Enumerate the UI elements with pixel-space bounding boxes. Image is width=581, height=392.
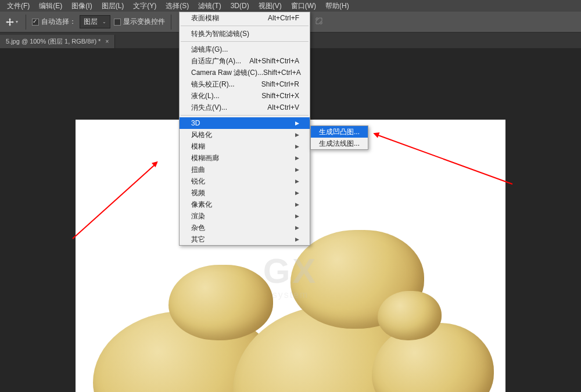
close-icon[interactable]: ×	[105, 38, 109, 45]
auto-select-checkbox[interactable]: 自动选择：	[32, 17, 76, 27]
filter-video-item[interactable]: 视频 ▶	[180, 187, 310, 199]
menu-item-label: 滤镜库(G)...	[191, 45, 228, 55]
filter-3d-item[interactable]: 3D ▶	[180, 117, 310, 129]
menu-item-label: 生成法线图...	[319, 139, 360, 149]
filter-menu-dropdown: 表面模糊 Alt+Ctrl+F 转换为智能滤镜(S) 滤镜库(G)... 自适应…	[179, 12, 310, 246]
document-tab-title: 5.jpg @ 100% (图层 1, RGB/8#) *	[6, 37, 101, 46]
content-shape	[168, 265, 273, 340]
filter-liquify-item[interactable]: 液化(L)... Shift+Ctrl+X	[180, 90, 310, 102]
menu-divider	[181, 115, 309, 116]
filter-gallery-item[interactable]: 滤镜库(G)...	[180, 44, 310, 55]
filter-stylize-item[interactable]: 风格化 ▶	[180, 129, 310, 141]
submenu-normal-item[interactable]: 生成法线图...	[311, 138, 368, 149]
scale-icon[interactable]	[314, 16, 324, 27]
menu-help[interactable]: 帮助(H)	[321, 1, 354, 11]
checkbox-icon	[114, 19, 121, 26]
submenu-arrow-icon: ▶	[295, 202, 299, 207]
menu-item-label: 消失点(V)...	[191, 103, 227, 113]
menu-item-label: 锐化	[191, 177, 205, 186]
menu-item-label: 杂色	[191, 223, 205, 233]
filter-blurgallery-item[interactable]: 模糊画廊 ▶	[180, 152, 310, 164]
filter-last-item[interactable]: 表面模糊 Alt+Ctrl+F	[180, 12, 310, 24]
menu-edit[interactable]: 编辑(E)	[34, 1, 67, 11]
submenu-arrow-icon: ▶	[295, 120, 299, 126]
submenu-arrow-icon: ▶	[295, 190, 299, 196]
menu-type[interactable]: 文字(Y)	[128, 1, 161, 11]
menu-window[interactable]: 窗口(W)	[286, 1, 321, 11]
checkbox-icon	[32, 19, 39, 26]
menu-item-shortcut: Shift+Ctrl+R	[261, 80, 299, 88]
filter-smart-item[interactable]: 转换为智能滤镜(S)	[180, 28, 310, 39]
filter-cameraraw-item[interactable]: Camera Raw 滤镜(C)... Shift+Ctrl+A	[180, 67, 310, 78]
menu-item-label: 镜头校正(R)...	[191, 80, 235, 89]
filter-pixelate-item[interactable]: 像素化 ▶	[180, 199, 310, 210]
filter-adaptive-item[interactable]: 自适应广角(A)... Alt+Shift+Ctrl+A	[180, 55, 310, 67]
submenu-arrow-icon: ▶	[295, 143, 299, 149]
menu-item-label: 转换为智能滤镜(S)	[191, 29, 249, 39]
filter-render-item[interactable]: 渲染 ▶	[180, 210, 310, 222]
show-transform-checkbox[interactable]: 显示变换控件	[114, 17, 165, 27]
chevron-down-icon: ⌄	[102, 19, 106, 24]
menu-item-label: 生成凹凸图...	[319, 127, 360, 137]
auto-select-target[interactable]: 图层 ⌄	[80, 15, 110, 28]
filter-sharpen-item[interactable]: 锐化 ▶	[180, 175, 310, 187]
submenu-arrow-icon: ▶	[295, 155, 299, 161]
menu-item-label: 其它	[191, 235, 205, 244]
menu-item-label: 视频	[191, 188, 205, 198]
filter-other-item[interactable]: 其它 ▶	[180, 233, 310, 245]
menu-file[interactable]: 文件(F)	[2, 1, 34, 11]
menu-item-label: 模糊画廊	[191, 153, 219, 163]
submenu-arrow-icon: ▶	[295, 225, 299, 231]
move-tool-icon[interactable]: ▾	[3, 15, 20, 29]
filter-vanishing-item[interactable]: 消失点(V)... Alt+Ctrl+V	[180, 102, 310, 113]
submenu-arrow-icon: ▶	[295, 167, 299, 172]
filter-3d-submenu: 生成凹凸图... 生成法线图...	[310, 125, 368, 150]
menu-divider	[181, 26, 309, 26]
submenu-arrow-icon: ▶	[295, 236, 299, 242]
menu-select[interactable]: 选择(S)	[161, 1, 193, 11]
menu-item-label: 表面模糊	[191, 13, 219, 23]
menu-item-shortcut: Shift+Ctrl+A	[263, 69, 301, 77]
menu-view[interactable]: 视图(V)	[254, 1, 286, 11]
menu-item-label: 风格化	[191, 130, 212, 140]
menu-item-shortcut: Shift+Ctrl+X	[261, 92, 299, 100]
show-transform-label: 显示变换控件	[123, 17, 165, 27]
menu-item-label: Camera Raw 滤镜(C)...	[191, 68, 263, 78]
menu-divider	[181, 41, 309, 42]
menu-item-label: 渲染	[191, 211, 205, 221]
chevron-down-icon: ▾	[16, 19, 18, 24]
submenu-arrow-icon: ▶	[295, 178, 299, 184]
menu-item-shortcut: Alt+Shift+Ctrl+A	[249, 57, 299, 65]
submenu-arrow-icon: ▶	[295, 213, 299, 219]
submenu-bump-item[interactable]: 生成凹凸图...	[311, 126, 368, 138]
menu-3d[interactable]: 3D(D)	[226, 2, 254, 10]
filter-lens-item[interactable]: 镜头校正(R)... Shift+Ctrl+R	[180, 78, 310, 90]
menu-item-label: 模糊	[191, 142, 205, 152]
auto-select-target-value: 图层	[84, 17, 98, 27]
submenu-arrow-icon: ▶	[295, 132, 299, 138]
filter-distort-item[interactable]: 扭曲 ▶	[180, 164, 310, 175]
menu-item-shortcut: Alt+Ctrl+F	[268, 14, 299, 22]
menu-item-label: 3D	[191, 119, 200, 127]
menu-image[interactable]: 图像(I)	[67, 1, 96, 11]
toolbar-separator	[26, 15, 26, 30]
auto-select-label: 自动选择：	[41, 17, 76, 27]
menubar: 文件(F) 编辑(E) 图像(I) 图层(L) 文字(Y) 选择(S) 滤镜(T…	[0, 0, 581, 12]
menu-item-label: 像素化	[191, 200, 212, 210]
menu-filter[interactable]: 滤镜(T)	[193, 1, 225, 11]
menu-item-shortcut: Alt+Ctrl+V	[267, 103, 299, 112]
toolbar-separator	[171, 15, 171, 30]
document-tab[interactable]: 5.jpg @ 100% (图层 1, RGB/8#) * ×	[0, 35, 115, 48]
menu-item-label: 扭曲	[191, 165, 205, 175]
menu-item-label: 液化(L)...	[191, 91, 220, 101]
filter-noise-item[interactable]: 杂色 ▶	[180, 222, 310, 233]
menu-layer[interactable]: 图层(L)	[97, 1, 129, 11]
menu-item-label: 自适应广角(A)...	[191, 56, 241, 66]
content-shape	[378, 291, 442, 340]
filter-blur-item[interactable]: 模糊 ▶	[180, 141, 310, 152]
